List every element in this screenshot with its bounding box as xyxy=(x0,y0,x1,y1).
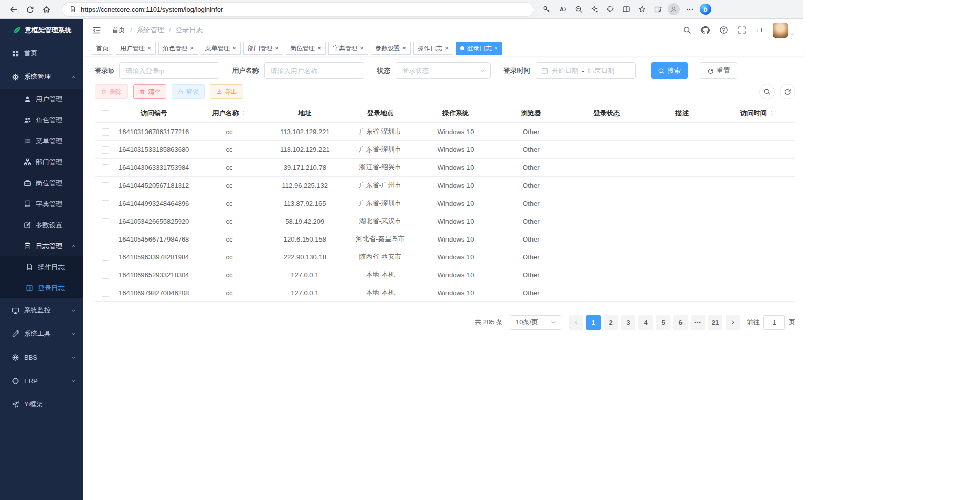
page-button-1[interactable]: 1 xyxy=(586,315,601,330)
row-checkbox[interactable] xyxy=(102,164,109,171)
tab-param-settings[interactable]: 参数设置× xyxy=(371,42,411,55)
tab-close-icon[interactable]: × xyxy=(445,45,449,51)
tab-home[interactable]: 首页 xyxy=(92,42,113,55)
sidebar-item-param-settings[interactable]: 参数设置 xyxy=(0,214,83,235)
tab-menu-management[interactable]: 菜单管理× xyxy=(201,42,241,55)
sidebar-item-user-management[interactable]: 用户管理 xyxy=(0,89,83,110)
login-ip-input[interactable] xyxy=(119,62,219,79)
zoom-button[interactable] xyxy=(570,2,586,16)
collections-button[interactable] xyxy=(650,2,666,16)
search-button[interactable]: 搜索 xyxy=(651,62,688,79)
row-checkbox[interactable] xyxy=(102,128,109,136)
sidebar-item-menu-management[interactable]: 菜单管理 xyxy=(0,131,83,151)
row-checkbox[interactable] xyxy=(102,254,109,261)
sidebar-item-bbs[interactable]: BBS xyxy=(0,345,83,369)
sidebar-toggle-button[interactable] xyxy=(91,24,103,36)
clear-button[interactable]: 清空 xyxy=(133,84,166,99)
sidebar-item-role-management[interactable]: 角色管理 xyxy=(0,110,83,131)
sidebar-item-log-management[interactable]: 日志管理 xyxy=(0,235,83,256)
row-checkbox[interactable] xyxy=(102,236,109,243)
page-button-6[interactable]: 6 xyxy=(673,315,688,330)
page-button-3[interactable]: 3 xyxy=(621,315,635,330)
tab-close-icon[interactable]: × xyxy=(275,45,279,51)
row-checkbox[interactable] xyxy=(102,272,109,279)
status-select[interactable]: 登录状态 xyxy=(396,62,491,79)
github-button[interactable] xyxy=(699,24,711,36)
extensions-button[interactable] xyxy=(602,2,618,16)
column-header-8[interactable]: 访问时间 xyxy=(720,103,795,123)
tab-close-icon[interactable]: × xyxy=(402,45,406,51)
delete-button[interactable]: 删除 xyxy=(95,84,128,99)
sidebar-item-system-monitor[interactable]: 系统监控 xyxy=(0,298,83,322)
column-header-1[interactable]: 用户名称 xyxy=(191,103,267,123)
read-aloud-button[interactable]: A xyxy=(555,2,570,16)
table-row[interactable]: 1641043063331753984cc39.171.210.78浙江省-绍兴… xyxy=(95,159,795,177)
show-search-toggle-button[interactable] xyxy=(759,84,775,99)
page-button-21[interactable]: 21 xyxy=(708,315,722,330)
table-row[interactable]: 1641044993248464896cc113.87.92.165广东省-深圳… xyxy=(95,194,795,212)
page-button-4[interactable]: 4 xyxy=(638,315,653,330)
tab-close-icon[interactable]: × xyxy=(147,45,151,51)
page-size-select[interactable]: 10条/页 xyxy=(510,315,561,330)
browser-home-button[interactable] xyxy=(38,2,54,16)
tab-close-icon[interactable]: × xyxy=(232,45,236,51)
tab-close-icon[interactable]: × xyxy=(317,45,321,51)
password-manager-button[interactable] xyxy=(539,2,555,16)
export-button[interactable]: 导出 xyxy=(210,84,243,99)
sidebar-item-post-management[interactable]: 岗位管理 xyxy=(0,172,83,193)
browser-back-button[interactable] xyxy=(5,2,22,16)
tab-dept-management[interactable]: 部门管理× xyxy=(243,42,283,55)
sort-caret-icon[interactable] xyxy=(769,109,775,117)
header-search-button[interactable] xyxy=(680,24,693,36)
next-page-button[interactable] xyxy=(726,315,740,330)
sidebar-item-yi-framework[interactable]: Yi框架 xyxy=(0,393,83,416)
row-checkbox[interactable] xyxy=(102,182,109,189)
tab-post-management[interactable]: 岗位管理× xyxy=(286,42,326,55)
font-size-button[interactable]: tT xyxy=(754,24,766,36)
table-row[interactable]: 1641044520567181312cc112.96.225.132广东省-广… xyxy=(95,177,795,194)
table-row[interactable]: 1641069652933218304cc127.0.0.1本地-本机Windo… xyxy=(95,266,795,284)
browser-refresh-button[interactable] xyxy=(22,2,38,16)
table-row[interactable]: 1641031367863177216cc113.102.129.221广东省-… xyxy=(95,123,795,141)
sidebar-item-erp[interactable]: ERP xyxy=(0,369,83,393)
browser-essentials-button[interactable] xyxy=(586,2,602,16)
sort-caret-icon[interactable] xyxy=(240,109,246,117)
table-row[interactable]: 1641054566717984768cc120.6.150.158河北省-秦皇… xyxy=(95,230,795,248)
tab-close-icon[interactable]: × xyxy=(494,45,498,51)
user-avatar-button[interactable] xyxy=(773,23,795,38)
select-all-checkbox[interactable] xyxy=(102,110,109,117)
help-button[interactable] xyxy=(717,24,730,36)
row-checkbox[interactable] xyxy=(102,290,109,297)
sidebar-item-dept-management[interactable]: 部门管理 xyxy=(0,151,83,172)
row-checkbox[interactable] xyxy=(102,146,109,154)
refresh-table-button[interactable] xyxy=(780,84,795,99)
more-pages-button[interactable]: ••• xyxy=(691,315,705,330)
page-button-2[interactable]: 2 xyxy=(604,315,618,330)
breadcrumb-item-0[interactable]: 首页 xyxy=(112,26,125,35)
row-checkbox[interactable] xyxy=(102,200,109,207)
table-row[interactable]: 1641053426655825920cc58.19.42.209湖北省-武汉市… xyxy=(95,212,795,230)
favorites-button[interactable] xyxy=(634,2,650,16)
bing-copilot-button[interactable]: b xyxy=(697,2,713,16)
sidebar-item-system-management[interactable]: 系统管理 xyxy=(0,65,83,89)
unlock-button[interactable]: 解锁 xyxy=(172,84,205,99)
sidebar-item-login-log[interactable]: 登录日志 xyxy=(0,277,83,298)
tab-login-log[interactable]: 登录日志× xyxy=(456,42,502,55)
breadcrumb-item-1[interactable]: 系统管理 xyxy=(137,26,164,35)
split-screen-button[interactable] xyxy=(618,2,634,16)
tab-role-management[interactable]: 角色管理× xyxy=(158,42,198,55)
table-row[interactable]: 1641031533185863680cc113.102.129.221广东省-… xyxy=(95,141,795,159)
tab-close-icon[interactable]: × xyxy=(190,45,194,51)
username-input[interactable] xyxy=(264,62,364,79)
reset-button[interactable]: 重置 xyxy=(700,62,737,79)
address-bar[interactable]: https://ccnetcore.com:1101/system/log/lo… xyxy=(62,3,534,16)
tab-dict-management[interactable]: 字典管理× xyxy=(328,42,368,55)
goto-page-input[interactable] xyxy=(763,315,785,330)
browser-settings-button[interactable] xyxy=(681,2,697,16)
row-checkbox[interactable] xyxy=(102,218,109,225)
table-row[interactable]: 1641059633978281984cc222.90.130.18陕西省-西安… xyxy=(95,248,795,266)
login-time-range-picker[interactable]: 开始日期 - 结束日期 xyxy=(536,62,636,79)
tab-operation-log[interactable]: 操作日志× xyxy=(413,42,453,55)
sidebar-item-home[interactable]: 首页 xyxy=(0,41,83,65)
sidebar-item-system-tools[interactable]: 系统工具 xyxy=(0,322,83,345)
